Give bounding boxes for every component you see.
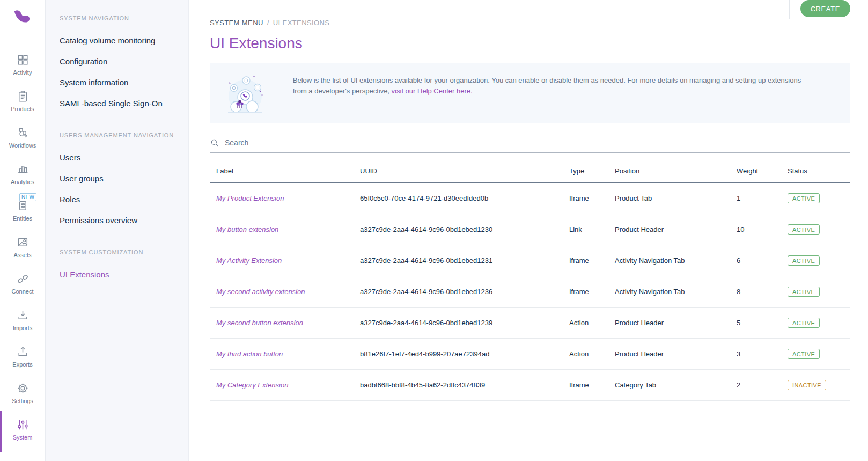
status-cell: ACTIVE: [788, 183, 850, 214]
icon-nav-item[interactable]: System: [0, 411, 45, 448]
extension-label-link[interactable]: My second button extension: [210, 308, 360, 339]
banner-divider: [281, 70, 281, 116]
table-row[interactable]: My Activity Extension a327c9de-2aa4-4614…: [210, 245, 850, 276]
type-cell: Action: [569, 308, 615, 339]
icon-nav-item[interactable]: Activity: [0, 46, 45, 83]
banner-description: Below is the list of UI extensions avail…: [293, 76, 801, 95]
status-badge: ACTIVE: [788, 349, 820, 359]
extension-label-link[interactable]: My button extension: [210, 214, 360, 245]
breadcrumb-current: UI EXTENSIONS: [273, 19, 330, 27]
imports-download-icon: [16, 309, 30, 322]
assets-image-icon: [16, 236, 30, 249]
secondary-sidebar: SYSTEM NAVIGATION Catalog volume monitor…: [46, 0, 189, 461]
icon-nav-label: Exports: [12, 361, 32, 368]
app-logo[interactable]: [11, 6, 34, 28]
connect-links-icon: [16, 272, 30, 286]
table-row[interactable]: My second button extension a327c9de-2aa4…: [210, 308, 850, 339]
create-button[interactable]: CREATE: [800, 0, 850, 17]
icon-nav-item[interactable]: Analytics: [0, 156, 45, 192]
info-banner: Below is the list of UI extensions avail…: [210, 63, 850, 123]
breadcrumb: SYSTEM MENU/UI EXTENSIONS: [210, 19, 850, 27]
icon-nav-item[interactable]: Workflows: [0, 119, 45, 156]
exports-upload-icon: [16, 345, 30, 358]
table-row[interactable]: My button extension a327c9de-2aa4-4614-9…: [210, 214, 850, 245]
extension-label-link[interactable]: My Product Extension: [210, 183, 360, 214]
extension-label-link[interactable]: My second activity extension: [210, 276, 360, 308]
status-badge: ACTIVE: [788, 318, 820, 328]
status-cell: ACTIVE: [788, 339, 850, 370]
weight-cell: 5: [737, 308, 788, 339]
weight-cell: 10: [737, 214, 788, 245]
weight-cell: 1: [737, 183, 788, 214]
icon-nav-label: Settings: [12, 398, 33, 404]
icon-nav-item[interactable]: NEW Entities: [0, 192, 45, 229]
icon-nav-label: Workflows: [9, 142, 36, 149]
type-cell: Action: [569, 339, 615, 370]
products-clipboard-icon: [16, 90, 30, 103]
position-cell: Product Header: [615, 214, 737, 245]
banner-text: Below is the list of UI extensions avail…: [293, 63, 850, 123]
sidebar-item[interactable]: UI Extensions: [60, 264, 178, 285]
icon-nav-item[interactable]: Products: [0, 83, 45, 119]
sidebar-section: SYSTEM CUSTOMIZATION UI Extensions: [60, 249, 178, 285]
uuid-cell: badbf668-bbf8-4b45-8a62-2dffc4374839: [360, 370, 569, 401]
table-row[interactable]: My Category Extension badbf668-bbf8-4b45…: [210, 370, 850, 401]
table-row[interactable]: My third action button b81e26f7-1ef7-4ed…: [210, 339, 850, 370]
sidebar-item[interactable]: Users: [60, 147, 178, 168]
settings-gear-icon: [16, 382, 30, 395]
sidebar-item[interactable]: User groups: [60, 168, 178, 189]
type-cell: Iframe: [569, 370, 615, 401]
type-cell: Iframe: [569, 183, 615, 214]
position-cell: Activity Navigation Tab: [615, 276, 737, 308]
status-badge: ACTIVE: [788, 224, 820, 235]
column-header-status: Status: [788, 159, 850, 183]
sidebar-item[interactable]: Configuration: [60, 51, 178, 72]
icon-sidebar: Activity Products Workflows Analytics: [0, 0, 46, 461]
search-input[interactable]: [225, 138, 547, 147]
status-badge: ACTIVE: [788, 287, 820, 297]
uuid-cell: 65f0c5c0-70ce-4174-9721-d30eedfded0b: [360, 183, 569, 214]
sidebar-item[interactable]: Permissions overview: [60, 210, 178, 231]
position-cell: Product Tab: [615, 183, 737, 214]
position-cell: Product Header: [615, 308, 737, 339]
sidebar-item[interactable]: Roles: [60, 189, 178, 210]
sidebar-section: USERS MANAGEMENT NAVIGATION Users User g…: [60, 132, 178, 231]
type-cell: Iframe: [569, 276, 615, 308]
icon-nav-item[interactable]: Settings: [0, 375, 45, 411]
icon-nav-item[interactable]: Exports: [0, 338, 45, 375]
new-badge: NEW: [19, 193, 36, 201]
icon-nav-label: Assets: [13, 252, 31, 258]
weight-cell: 8: [737, 276, 788, 308]
table-row[interactable]: My Product Extension 65f0c5c0-70ce-4174-…: [210, 183, 850, 214]
sidebar-section-title: SYSTEM NAVIGATION: [60, 15, 178, 21]
status-cell: ACTIVE: [788, 245, 850, 276]
status-badge: ACTIVE: [788, 255, 820, 266]
extensions-illustration: [223, 71, 267, 116]
table-row[interactable]: My second activity extension a327c9de-2a…: [210, 276, 850, 308]
sidebar-item[interactable]: Catalog volume monitoring: [60, 30, 178, 51]
type-cell: Link: [569, 214, 615, 245]
icon-nav-item[interactable]: Assets: [0, 229, 45, 265]
help-center-link[interactable]: visit our Help Center here.: [392, 87, 473, 95]
sidebar-section-title: SYSTEM CUSTOMIZATION: [60, 249, 178, 255]
icon-nav-item[interactable]: Connect: [0, 265, 45, 302]
extension-label-link[interactable]: My Category Extension: [210, 370, 360, 401]
column-header-position: Position: [615, 159, 737, 183]
extension-label-link[interactable]: My Activity Extension: [210, 245, 360, 276]
sidebar-item[interactable]: SAML-based Single Sign-On: [60, 93, 178, 114]
sidebar-item[interactable]: System information: [60, 72, 178, 93]
main-content: SYSTEM MENU/UI EXTENSIONS CREATE UI Exte…: [189, 0, 868, 461]
status-badge: INACTIVE: [788, 380, 826, 390]
column-header-label: Label: [210, 159, 360, 183]
workflows-loop-icon: [16, 126, 30, 140]
icon-nav-item[interactable]: Imports: [0, 302, 45, 338]
uuid-cell: a327c9de-2aa4-4614-9c96-0bd1ebed1231: [360, 245, 569, 276]
status-cell: INACTIVE: [788, 370, 850, 401]
position-cell: Product Header: [615, 339, 737, 370]
breadcrumb-system-menu[interactable]: SYSTEM MENU: [210, 19, 263, 27]
uuid-cell: a327c9de-2aa4-4614-9c96-0bd1ebed1230: [360, 214, 569, 245]
status-cell: ACTIVE: [788, 308, 850, 339]
weight-cell: 2: [737, 370, 788, 401]
status-cell: ACTIVE: [788, 276, 850, 308]
extension-label-link[interactable]: My third action button: [210, 339, 360, 370]
